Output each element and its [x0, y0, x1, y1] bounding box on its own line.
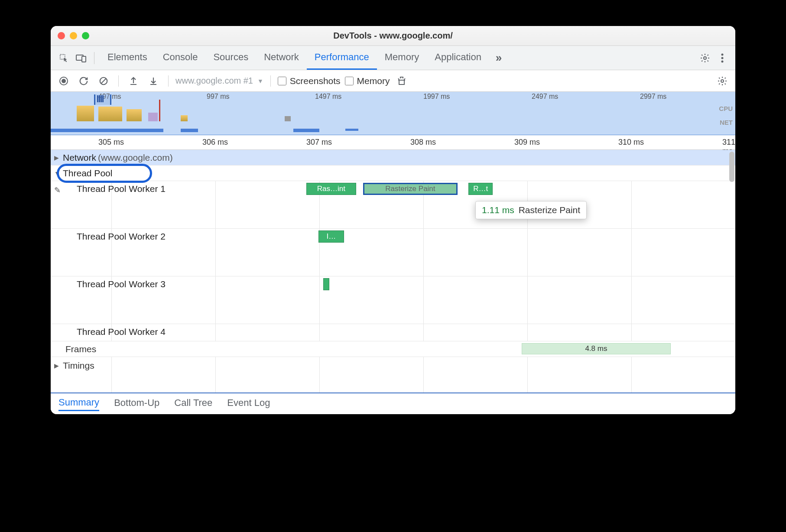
overview-cpu-activity — [51, 104, 735, 121]
memory-checkbox[interactable]: Memory — [345, 76, 390, 86]
screenshots-checkbox[interactable]: Screenshots — [278, 76, 341, 86]
worker-label: Thread Pool Worker 2 — [77, 231, 166, 242]
flamechart-area[interactable]: ▶ Network (www.google.com) ▼ Thread Pool… — [51, 150, 735, 393]
overview-tick: 997 ms — [207, 93, 229, 101]
overview-tick: 2997 ms — [640, 93, 666, 101]
overview-tick: 1497 ms — [315, 93, 341, 101]
tooltip-duration: 1.11 ms — [482, 205, 514, 215]
svg-point-4 — [721, 53, 724, 55]
vertical-scrollbar[interactable] — [729, 152, 734, 182]
svg-point-8 — [62, 79, 66, 83]
tab-console[interactable]: Console — [155, 46, 206, 70]
chevron-right-icon: ▶ — [54, 154, 59, 161]
worker-label: Thread Pool Worker 3 — [77, 279, 166, 289]
overview-selection-window[interactable] — [94, 94, 111, 105]
garbage-collect-icon[interactable] — [394, 73, 409, 89]
flame-event[interactable]: Ras…int — [306, 183, 356, 195]
download-profile-icon[interactable] — [146, 73, 161, 89]
overview-tick: 1997 ms — [423, 93, 450, 101]
flame-event[interactable]: Rasterize Paint — [363, 183, 458, 195]
device-toolbar-icon[interactable] — [73, 50, 89, 66]
capture-settings-gear-icon[interactable] — [715, 73, 730, 89]
event-tooltip: 1.11 ms Rasterize Paint — [475, 201, 587, 219]
svg-rect-2 — [82, 56, 86, 62]
tab-sources[interactable]: Sources — [205, 46, 256, 70]
chevron-down-icon: ▼ — [257, 78, 263, 84]
frames-track[interactable]: Frames 4.8 ms — [51, 341, 735, 357]
ruler-tick: 305 ms — [98, 138, 124, 147]
worker-label: Thread Pool Worker 1 — [77, 184, 166, 194]
details-tab-event-log[interactable]: Event Log — [227, 397, 270, 410]
separator — [94, 52, 94, 64]
ruler-tick: 308 ms — [410, 138, 436, 147]
worker-label: Thread Pool Worker 4 — [77, 327, 166, 337]
svg-point-6 — [721, 60, 724, 62]
details-tab-bottom-up[interactable]: Bottom-Up — [114, 397, 159, 410]
inspect-element-icon[interactable] — [56, 50, 71, 66]
tab-memory[interactable]: Memory — [377, 46, 427, 70]
profile-selector-label: www.google.com #1 — [175, 76, 253, 86]
network-track-label: Network — [63, 152, 96, 163]
screenshots-checkbox-input[interactable] — [278, 77, 286, 85]
clear-button[interactable] — [96, 73, 111, 89]
tooltip-name: Rasterize Paint — [519, 205, 580, 215]
tab-elements[interactable]: Elements — [100, 46, 155, 70]
ruler-tick: 307 ms — [306, 138, 332, 147]
screenshots-label: Screenshots — [290, 76, 341, 86]
flamechart-ruler[interactable]: 305 ms306 ms307 ms308 ms309 ms310 ms311 … — [51, 135, 735, 150]
frames-label: Frames — [65, 344, 96, 354]
chevron-down-icon: ▼ — [54, 170, 60, 177]
upload-profile-icon[interactable] — [126, 73, 141, 89]
kebab-menu-icon[interactable] — [715, 50, 730, 66]
ruler-tick: 309 ms — [514, 138, 540, 147]
flame-event[interactable]: R…t — [468, 183, 493, 195]
tab-network[interactable]: Network — [256, 46, 307, 70]
network-track-header[interactable]: ▶ Network (www.google.com) — [51, 150, 735, 165]
profile-selector[interactable]: www.google.com #1 ▼ — [175, 76, 263, 86]
worker-lane[interactable]: Thread Pool Worker 4 — [51, 324, 735, 341]
flame-event[interactable]: I… — [318, 230, 344, 243]
svg-point-10 — [721, 80, 724, 82]
timings-track-header[interactable]: ▶ Timings — [51, 357, 735, 374]
performance-toolbar: www.google.com #1 ▼ Screenshots Memory — [51, 70, 735, 92]
tab-performance[interactable]: Performance — [307, 46, 377, 70]
panel-tabs: ElementsConsoleSourcesNetworkPerformance… — [51, 46, 735, 70]
worker-lane[interactable]: ✎Thread Pool Worker 1Ras…intRasterize Pa… — [51, 181, 735, 229]
threadpool-label: Thread Pool — [63, 168, 112, 178]
overview-net-label: NET — [720, 119, 733, 126]
ruler-tick: 310 ms — [618, 138, 644, 147]
edit-icon[interactable]: ✎ — [54, 185, 61, 195]
svg-point-3 — [704, 57, 706, 59]
worker-lane[interactable]: Thread Pool Worker 2I… — [51, 229, 735, 276]
frame-bar[interactable]: 4.8 ms — [522, 343, 670, 354]
tab-application[interactable]: Application — [427, 46, 489, 70]
reload-record-button[interactable] — [76, 73, 91, 89]
memory-label: Memory — [357, 76, 390, 86]
network-track-suffix: (www.google.com) — [98, 152, 173, 163]
devtools-window: DevTools - www.google.com/ ElementsConso… — [51, 26, 735, 414]
overview-tick: 2497 ms — [532, 93, 558, 101]
details-tab-summary[interactable]: Summary — [58, 397, 99, 411]
overview-cpu-label: CPU — [719, 105, 733, 112]
chevron-right-icon: ▶ — [54, 362, 59, 369]
more-tabs-button[interactable]: » — [491, 50, 507, 66]
svg-point-5 — [721, 57, 724, 59]
settings-gear-icon[interactable] — [697, 50, 713, 66]
worker-lane[interactable]: Thread Pool Worker 3 — [51, 276, 735, 324]
window-title: DevTools - www.google.com/ — [51, 31, 735, 41]
overview-net-activity — [51, 129, 735, 132]
timeline-overview[interactable]: 497 ms997 ms1497 ms1997 ms2497 ms2997 ms… — [51, 92, 735, 135]
details-tabs: SummaryBottom-UpCall TreeEvent Log — [51, 393, 735, 414]
ruler-tick: 306 ms — [202, 138, 228, 147]
threadpool-track-header[interactable]: ▼ Thread Pool — [51, 165, 735, 181]
timings-label: Timings — [63, 360, 94, 371]
record-button[interactable] — [56, 73, 71, 89]
flame-event[interactable] — [323, 278, 329, 290]
details-tab-call-tree[interactable]: Call Tree — [174, 397, 212, 410]
titlebar: DevTools - www.google.com/ — [51, 26, 735, 46]
memory-checkbox-input[interactable] — [345, 77, 354, 85]
